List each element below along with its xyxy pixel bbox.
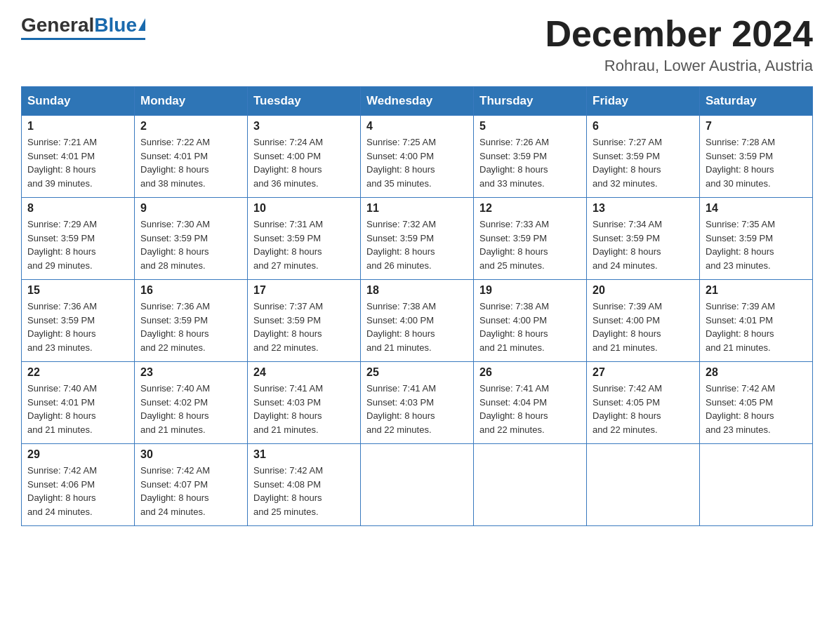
day-info: Sunrise: 7:40 AMSunset: 4:02 PMDaylight:… xyxy=(140,382,241,436)
day-number: 20 xyxy=(593,284,694,297)
calendar-cell: 14Sunrise: 7:35 AMSunset: 3:59 PMDayligh… xyxy=(700,198,813,280)
calendar-cell: 20Sunrise: 7:39 AMSunset: 4:00 PMDayligh… xyxy=(587,280,700,362)
calendar-cell: 29Sunrise: 7:42 AMSunset: 4:06 PMDayligh… xyxy=(22,444,135,526)
logo-underline xyxy=(21,38,145,40)
calendar-cell: 19Sunrise: 7:38 AMSunset: 4:00 PMDayligh… xyxy=(474,280,587,362)
day-info: Sunrise: 7:41 AMSunset: 4:04 PMDaylight:… xyxy=(479,382,581,436)
weekday-header-row: Sunday Monday Tuesday Wednesday Thursday… xyxy=(22,87,813,116)
day-number: 15 xyxy=(27,284,128,297)
calendar-cell: 26Sunrise: 7:41 AMSunset: 4:04 PMDayligh… xyxy=(474,362,587,444)
day-number: 16 xyxy=(140,284,241,297)
calendar-cell: 4Sunrise: 7:25 AMSunset: 4:00 PMDaylight… xyxy=(361,116,474,198)
day-info: Sunrise: 7:39 AMSunset: 4:01 PMDaylight:… xyxy=(706,300,807,354)
calendar-cell: 15Sunrise: 7:36 AMSunset: 3:59 PMDayligh… xyxy=(22,280,135,362)
day-info: Sunrise: 7:36 AMSunset: 3:59 PMDaylight:… xyxy=(140,300,241,354)
calendar-cell: 25Sunrise: 7:41 AMSunset: 4:03 PMDayligh… xyxy=(361,362,474,444)
logo-blue-part: Blue xyxy=(94,14,145,36)
day-number: 23 xyxy=(140,366,241,379)
day-number: 6 xyxy=(593,120,694,133)
header-monday: Monday xyxy=(135,87,248,116)
day-info: Sunrise: 7:42 AMSunset: 4:05 PMDaylight:… xyxy=(593,382,694,436)
logo: General Blue xyxy=(21,14,145,40)
calendar-cell: 10Sunrise: 7:31 AMSunset: 3:59 PMDayligh… xyxy=(248,198,361,280)
day-info: Sunrise: 7:31 AMSunset: 3:59 PMDaylight:… xyxy=(253,217,355,272)
calendar-cell: 17Sunrise: 7:37 AMSunset: 3:59 PMDayligh… xyxy=(248,280,361,362)
day-info: Sunrise: 7:29 AMSunset: 3:59 PMDaylight:… xyxy=(27,217,128,272)
logo-triangle-icon xyxy=(138,18,145,31)
day-number: 24 xyxy=(253,366,355,379)
month-title: December 2024 xyxy=(545,14,813,54)
calendar-cell: 5Sunrise: 7:26 AMSunset: 3:59 PMDaylight… xyxy=(474,116,587,198)
day-info: Sunrise: 7:28 AMSunset: 3:59 PMDaylight:… xyxy=(706,135,807,190)
day-info: Sunrise: 7:36 AMSunset: 3:59 PMDaylight:… xyxy=(27,300,128,354)
day-info: Sunrise: 7:22 AMSunset: 4:01 PMDaylight:… xyxy=(140,135,241,190)
day-number: 8 xyxy=(27,202,128,215)
calendar-table: Sunday Monday Tuesday Wednesday Thursday… xyxy=(21,86,813,526)
calendar-cell xyxy=(474,444,587,526)
day-number: 17 xyxy=(253,284,355,297)
day-info: Sunrise: 7:21 AMSunset: 4:01 PMDaylight:… xyxy=(27,135,128,190)
day-number: 9 xyxy=(140,202,241,215)
day-number: 28 xyxy=(706,366,807,379)
day-info: Sunrise: 7:40 AMSunset: 4:01 PMDaylight:… xyxy=(27,382,128,436)
calendar-cell: 30Sunrise: 7:42 AMSunset: 4:07 PMDayligh… xyxy=(135,444,248,526)
day-info: Sunrise: 7:25 AMSunset: 4:00 PMDaylight:… xyxy=(366,135,468,190)
calendar-cell: 12Sunrise: 7:33 AMSunset: 3:59 PMDayligh… xyxy=(474,198,587,280)
day-info: Sunrise: 7:42 AMSunset: 4:07 PMDaylight:… xyxy=(140,464,241,518)
day-number: 11 xyxy=(366,202,468,215)
day-number: 22 xyxy=(27,366,128,379)
day-info: Sunrise: 7:30 AMSunset: 3:59 PMDaylight:… xyxy=(140,217,241,272)
day-info: Sunrise: 7:42 AMSunset: 4:08 PMDaylight:… xyxy=(253,464,355,518)
header-saturday: Saturday xyxy=(700,87,813,116)
day-number: 30 xyxy=(140,448,241,461)
day-info: Sunrise: 7:38 AMSunset: 4:00 PMDaylight:… xyxy=(479,300,581,354)
day-number: 14 xyxy=(706,202,807,215)
logo-blue-text: Blue xyxy=(94,14,137,36)
day-number: 12 xyxy=(479,202,581,215)
title-area: December 2024 Rohrau, Lower Austria, Aus… xyxy=(545,14,813,75)
day-info: Sunrise: 7:32 AMSunset: 3:59 PMDaylight:… xyxy=(366,217,468,272)
day-info: Sunrise: 7:26 AMSunset: 3:59 PMDaylight:… xyxy=(479,135,581,190)
calendar-cell: 27Sunrise: 7:42 AMSunset: 4:05 PMDayligh… xyxy=(587,362,700,444)
calendar-cell xyxy=(700,444,813,526)
day-info: Sunrise: 7:35 AMSunset: 3:59 PMDaylight:… xyxy=(706,217,807,272)
calendar-week-row: 22Sunrise: 7:40 AMSunset: 4:01 PMDayligh… xyxy=(22,362,813,444)
day-info: Sunrise: 7:41 AMSunset: 4:03 PMDaylight:… xyxy=(253,382,355,436)
calendar-cell: 3Sunrise: 7:24 AMSunset: 4:00 PMDaylight… xyxy=(248,116,361,198)
calendar-cell: 21Sunrise: 7:39 AMSunset: 4:01 PMDayligh… xyxy=(700,280,813,362)
day-number: 25 xyxy=(366,366,468,379)
calendar-cell xyxy=(361,444,474,526)
day-info: Sunrise: 7:38 AMSunset: 4:00 PMDaylight:… xyxy=(366,300,468,354)
header-sunday: Sunday xyxy=(22,87,135,116)
calendar-cell: 28Sunrise: 7:42 AMSunset: 4:05 PMDayligh… xyxy=(700,362,813,444)
calendar-cell: 16Sunrise: 7:36 AMSunset: 3:59 PMDayligh… xyxy=(135,280,248,362)
calendar-cell: 13Sunrise: 7:34 AMSunset: 3:59 PMDayligh… xyxy=(587,198,700,280)
day-number: 4 xyxy=(366,120,468,133)
day-info: Sunrise: 7:33 AMSunset: 3:59 PMDaylight:… xyxy=(479,217,581,272)
calendar-cell: 2Sunrise: 7:22 AMSunset: 4:01 PMDaylight… xyxy=(135,116,248,198)
header-friday: Friday xyxy=(587,87,700,116)
calendar-cell: 9Sunrise: 7:30 AMSunset: 3:59 PMDaylight… xyxy=(135,198,248,280)
day-info: Sunrise: 7:41 AMSunset: 4:03 PMDaylight:… xyxy=(366,382,468,436)
day-number: 19 xyxy=(479,284,581,297)
header-thursday: Thursday xyxy=(474,87,587,116)
day-number: 5 xyxy=(479,120,581,133)
calendar-cell: 24Sunrise: 7:41 AMSunset: 4:03 PMDayligh… xyxy=(248,362,361,444)
day-number: 7 xyxy=(706,120,807,133)
header: General Blue December 2024 Rohrau, Lower… xyxy=(21,14,813,75)
calendar-cell: 7Sunrise: 7:28 AMSunset: 3:59 PMDaylight… xyxy=(700,116,813,198)
day-number: 1 xyxy=(27,120,128,133)
day-number: 13 xyxy=(593,202,694,215)
day-number: 27 xyxy=(593,366,694,379)
day-info: Sunrise: 7:42 AMSunset: 4:05 PMDaylight:… xyxy=(706,382,807,436)
day-info: Sunrise: 7:42 AMSunset: 4:06 PMDaylight:… xyxy=(27,464,128,518)
calendar-cell: 8Sunrise: 7:29 AMSunset: 3:59 PMDaylight… xyxy=(22,198,135,280)
day-number: 21 xyxy=(706,284,807,297)
calendar-cell: 6Sunrise: 7:27 AMSunset: 3:59 PMDaylight… xyxy=(587,116,700,198)
calendar-cell: 22Sunrise: 7:40 AMSunset: 4:01 PMDayligh… xyxy=(22,362,135,444)
day-number: 18 xyxy=(366,284,468,297)
calendar-week-row: 29Sunrise: 7:42 AMSunset: 4:06 PMDayligh… xyxy=(22,444,813,526)
calendar-cell: 31Sunrise: 7:42 AMSunset: 4:08 PMDayligh… xyxy=(248,444,361,526)
day-number: 31 xyxy=(253,448,355,461)
day-info: Sunrise: 7:39 AMSunset: 4:00 PMDaylight:… xyxy=(593,300,694,354)
